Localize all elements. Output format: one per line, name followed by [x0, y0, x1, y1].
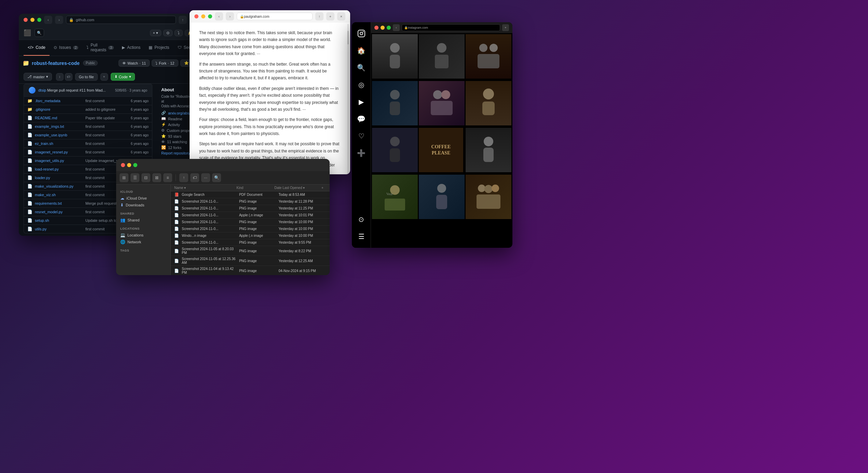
finder-sort-view[interactable]: ≡	[163, 173, 172, 182]
finder-file-row[interactable]: 📄 Screenshot 2024-11-04 at 9.13.42 PM PN…	[171, 266, 330, 275]
tab-issues[interactable]: ⊙ Issues 2	[50, 40, 82, 56]
finder-share-button[interactable]: ↑	[179, 173, 188, 182]
pg-minimize-button[interactable]	[201, 14, 205, 18]
finder-file-row[interactable]: 📄 Screenshot 2024-11-0... PNG image Yest…	[171, 226, 330, 232]
code-button[interactable]: ⬇ Code ▾	[111, 73, 135, 81]
create-button[interactable]: + ▾	[150, 30, 161, 36]
sidebar-item-network[interactable]: 🌐 Network	[116, 239, 170, 245]
finder-tag-button[interactable]: 🏷	[190, 173, 199, 182]
ig-search-icon[interactable]: 🔍	[356, 62, 367, 73]
file-row[interactable]: 📁 .llsrc_metadata first commit 6 years a…	[24, 97, 152, 105]
file-row[interactable]: 📄 README.md Paper title update 6 years a…	[24, 114, 152, 122]
ig-url-bar[interactable]: 🔒 instagram.com	[402, 24, 500, 31]
finder-file-row[interactable]: 📕 Google Search PDF Document Today at 8:…	[171, 191, 330, 198]
ig-menu-icon[interactable]: ☰	[356, 231, 367, 242]
forward-button[interactable]: ›	[55, 16, 63, 24]
repo-name[interactable]: robust-features-code	[32, 60, 80, 66]
finder-close-button[interactable]	[121, 163, 125, 167]
col-header-name[interactable]: Name ▾	[174, 186, 235, 190]
pg-back-button[interactable]: ‹	[215, 12, 223, 21]
ig-add-button[interactable]: +	[502, 24, 509, 31]
grid-item-4[interactable]	[372, 81, 418, 127]
finder-search-button[interactable]: 🔍	[212, 173, 221, 182]
ig-threads-icon[interactable]: ⊙	[356, 214, 367, 225]
finder-file-row[interactable]: 📄 Screenshot 2024-11-0... PNG image Yest…	[171, 198, 330, 205]
pg-close-tab-button[interactable]: ×	[337, 12, 345, 21]
pg-url-bar[interactable]: 🔒 paulgraham.com	[237, 13, 313, 20]
sidebar-item-shared[interactable]: 👥 Shared	[116, 217, 170, 224]
grid-item-7[interactable]	[372, 128, 418, 174]
grid-item-3[interactable]	[466, 34, 511, 80]
tab-projects[interactable]: ▦ Projects	[144, 40, 173, 56]
finder-grid-view[interactable]: ⊞	[120, 173, 128, 182]
file-row[interactable]: 📄 ez_train.sh first commit 6 years ago	[24, 139, 152, 148]
tab-pullrequests[interactable]: ⤵ Pull requests 3	[82, 40, 118, 56]
sidebar-item-downloads[interactable]: ⬇ Downloads	[116, 202, 170, 208]
add-file-button[interactable]: +	[100, 73, 108, 81]
pg-scroll-indicator[interactable]	[347, 24, 349, 174]
finder-column-view[interactable]: ⊟	[141, 173, 150, 182]
file-row[interactable]: 📄 example_use.ipynb first commit 6 years…	[24, 131, 152, 139]
finder-file-row[interactable]: 📄 Screenshot 2024-11-05 at 8.20.03 PM PN…	[171, 246, 330, 256]
finder-file-row[interactable]: 📄 Screenshot 2024-11-05 at 12.25.36 AM P…	[171, 256, 330, 266]
ig-messages-icon[interactable]: 💬	[356, 113, 367, 125]
ig-create-icon[interactable]: ➕	[356, 147, 367, 159]
fork-button[interactable]: ⤵ Fork · 12	[152, 59, 178, 67]
finder-fullscreen-button[interactable]	[133, 163, 137, 167]
grid-item-10[interactable]: Veur	[372, 175, 418, 220]
sidebar-item-locations[interactable]: 💻 Locations	[116, 232, 170, 239]
watch-button[interactable]: 👁 Watch · 11	[119, 59, 150, 67]
col-header-more[interactable]: +	[321, 186, 326, 190]
finder-file-row[interactable]: 📄 Windo...n image Apple (.n image Yester…	[171, 232, 330, 239]
github-search[interactable]: 🔍	[35, 29, 44, 37]
ig-back-button[interactable]: ‹	[393, 24, 400, 31]
branch-selector[interactable]: ⎇ master ▾	[24, 73, 52, 81]
grid-item-2[interactable]	[419, 34, 465, 80]
branches-button[interactable]: ↕	[56, 73, 64, 81]
pg-add-tab-button[interactable]: +	[326, 12, 334, 21]
share-button[interactable]: ↑	[179, 16, 187, 24]
grid-item-6[interactable]	[466, 81, 511, 127]
pg-forward-button[interactable]: ›	[226, 12, 234, 21]
pg-scroll-thumb[interactable]	[347, 31, 349, 44]
finder-minimize-button[interactable]	[127, 163, 131, 167]
finder-file-row[interactable]: 📄 Screenshot 2024-11-0... PNG image Yest…	[171, 205, 330, 212]
finder-more-button[interactable]: ···	[201, 173, 210, 182]
ig-logo-icon[interactable]	[356, 28, 367, 39]
issues-button[interactable]: ⊙	[163, 30, 173, 36]
ig-fullscreen-button[interactable]	[387, 26, 391, 30]
tab-code[interactable]: </> Code	[24, 40, 50, 56]
tab-actions[interactable]: ▶ Actions	[118, 40, 144, 56]
ig-notifications-icon[interactable]: ♡	[356, 130, 367, 142]
file-row[interactable]: 📄 imagenet_resnet.py first commit 6 year…	[24, 148, 152, 157]
grid-item-1[interactable]	[372, 34, 418, 80]
finder-gallery-view[interactable]: ⊠	[152, 173, 161, 182]
grid-item-11[interactable]	[419, 175, 465, 220]
col-header-date[interactable]: Date Last Opened ▾	[274, 186, 320, 190]
ig-close-button[interactable]	[374, 26, 378, 30]
go-to-file-button[interactable]: Go to file	[75, 73, 98, 81]
tags-button[interactable]: 🏷	[65, 73, 72, 81]
ig-explore-icon[interactable]: ◎	[356, 79, 367, 91]
pg-fullscreen-button[interactable]	[208, 14, 212, 18]
finder-list-view[interactable]: ☰	[130, 173, 139, 182]
finder-file-row[interactable]: 📄 Screenshot 2024-11-0... Apple (.n imag…	[171, 212, 330, 219]
col-header-kind[interactable]: Kind	[236, 186, 273, 190]
close-button[interactable]	[24, 18, 28, 22]
ig-home-icon[interactable]: 🏠	[356, 45, 367, 56]
pullreq-button[interactable]: ⤵	[175, 30, 183, 36]
file-row[interactable]: 📄 example_imgs.txt first commit 6 years …	[24, 122, 152, 131]
ig-reels-icon[interactable]: ▶	[356, 96, 367, 108]
minimize-button[interactable]	[30, 18, 35, 22]
back-button[interactable]: ‹	[44, 16, 52, 24]
grid-item-9[interactable]	[466, 128, 511, 174]
finder-file-row[interactable]: 📄 Screenshot 2024-11-0... PNG image Yest…	[171, 219, 330, 226]
pg-close-button[interactable]	[194, 14, 198, 18]
grid-item-12[interactable]	[466, 175, 511, 220]
sidebar-item-icloud-drive[interactable]: ☁ iCloud Drive	[116, 195, 170, 202]
url-bar[interactable]: 🔒 github.com	[66, 16, 176, 24]
grid-item-coffee[interactable]: COFFEEPlEAse	[419, 128, 463, 172]
file-row[interactable]: 📁 .gitignore added to gitignore 6 years …	[24, 105, 152, 114]
pg-share-button[interactable]: ↑	[315, 12, 323, 21]
fullscreen-button[interactable]	[37, 18, 41, 22]
